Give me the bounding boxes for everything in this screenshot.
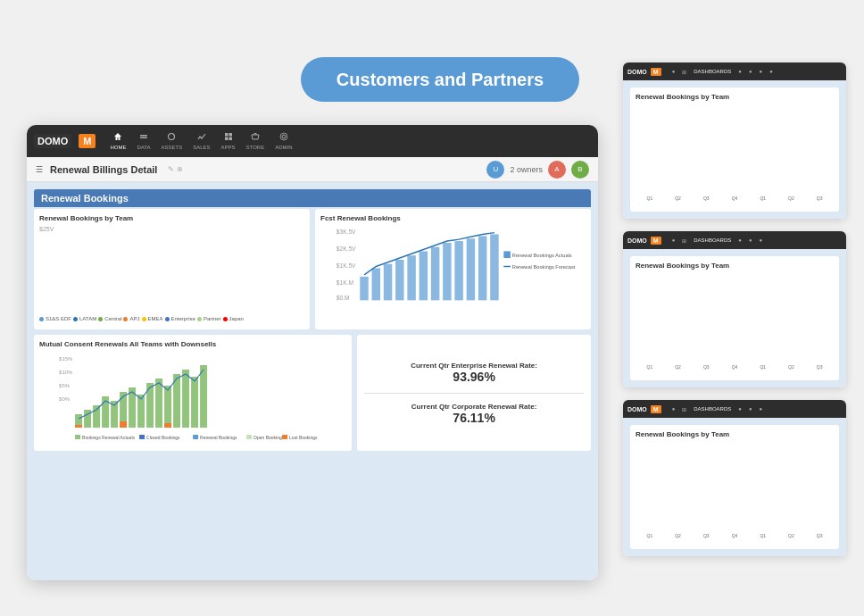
mini-navbar-2: DOMO M ● ⊞ DASHBOARDS ● ● ●	[623, 231, 846, 249]
domo-logo: DOMO	[34, 134, 71, 148]
title-badge: Customers and Partners	[301, 57, 579, 102]
svg-rect-15	[372, 268, 380, 300]
dashboard-subheader: ☰ Renewal Billings Detail ✎ ⊕ U 2 owners…	[27, 157, 598, 182]
svg-point-2	[169, 133, 175, 139]
nav-store[interactable]: STORE	[246, 132, 265, 151]
mini-nav-item: ●	[672, 69, 676, 75]
svg-rect-50	[120, 421, 127, 428]
chart-renewal-by-team: Renewal Bookings by Team $25V	[34, 209, 310, 329]
svg-rect-18	[407, 255, 415, 300]
nav-dataflow[interactable]: DATA	[137, 132, 150, 151]
mini-nav-item: ●	[738, 237, 742, 244]
mini-nav-2: ● ⊞ DASHBOARDS ● ● ●	[672, 237, 763, 244]
svg-rect-20	[431, 247, 439, 301]
top-charts-row: Renewal Bookings by Team $25V	[34, 209, 591, 329]
nav-icons: HOME DATA ASSETS SALES APPS STORE	[110, 132, 292, 151]
user-count: 2 owners	[510, 165, 543, 174]
svg-rect-19	[420, 251, 428, 300]
stat-enterprise: Current Qtr Enterprise Renewal Rate: 93.…	[364, 362, 584, 384]
mini-logo-2: DOMO	[627, 237, 647, 244]
svg-rect-58	[246, 435, 252, 439]
nav-appstore[interactable]: APPS	[221, 132, 236, 151]
mini-nav-item: ●	[760, 406, 763, 412]
svg-text:Bookings Renewal Actuals: Bookings Renewal Actuals	[82, 435, 135, 440]
stats-block: Current Qtr Enterprise Renewal Rate: 93.…	[357, 335, 591, 451]
mini-chart-title-3: Renewal Bookings by Team	[636, 430, 834, 438]
mini-nav-item: DASHBOARDS	[694, 237, 731, 244]
svg-rect-4	[228, 133, 232, 137]
mini-nav-item: ●	[749, 69, 752, 75]
mutual-consent-svg: $15% $10% $5% $0%	[39, 352, 346, 441]
mini-navbar-3: DOMO M ● ⊞ DASHBOARDS ● ● ●	[623, 400, 846, 418]
stat-divider	[364, 393, 584, 394]
domo-logo-letter: M	[79, 134, 96, 148]
svg-rect-48	[200, 365, 207, 428]
nav-home[interactable]: HOME	[110, 132, 126, 151]
renewal-bookings-header: Renewal Bookings	[34, 189, 591, 207]
bottom-charts-row: Mutual Consent Renewals All Teams with D…	[34, 335, 591, 451]
svg-text:$1K.M: $1K.M	[336, 279, 353, 286]
mini-nav-item: ●	[738, 69, 742, 75]
mini-nav-item: ●	[749, 237, 752, 244]
svg-rect-47	[191, 377, 198, 428]
svg-text:Renewal Bookings Actuals: Renewal Bookings Actuals	[512, 253, 572, 258]
svg-rect-26	[503, 251, 511, 258]
stat-corporate: Current Qtr Corporate Renewal Rate: 76.1…	[364, 403, 584, 425]
mini-nav-item: ●	[760, 69, 763, 75]
svg-rect-14	[360, 277, 368, 301]
chart1-legend: S1&S EDF LATAM Central APJ EMEA Enterpri…	[39, 316, 304, 321]
svg-rect-46	[182, 370, 189, 428]
svg-rect-5	[225, 137, 228, 140]
svg-text:Lost Bookings: Lost Bookings	[289, 435, 318, 440]
mini-nav-item: ⊞	[682, 69, 686, 75]
svg-text:Open Bookings: Open Bookings	[253, 435, 285, 440]
mini-nav-3: ● ⊞ DASHBOARDS ● ● ●	[672, 406, 763, 412]
mini-nav-item: ●	[672, 237, 676, 244]
svg-rect-21	[443, 243, 451, 300]
svg-rect-22	[454, 241, 462, 300]
nav-assets[interactable]: ASSETS	[162, 132, 183, 151]
right-panel: DOMO M ● ⊞ DASHBOARDS ● ● ● ● Renewal Bo…	[623, 62, 846, 556]
svg-rect-24	[478, 236, 486, 300]
svg-text:$1K.5V: $1K.5V	[336, 262, 356, 269]
mini-dashboard-2: DOMO M ● ⊞ DASHBOARDS ● ● ● Renewal Book…	[623, 231, 846, 387]
mini-content-1: Renewal Bookings by Team Q1 Q2 Q3 Q4 Q1	[623, 80, 846, 219]
mini-nav-item: ●	[769, 69, 773, 75]
mini-nav-1: ● ⊞ DASHBOARDS ● ● ● ●	[672, 69, 773, 75]
avatar-1: U	[486, 161, 504, 179]
mini-x-labels-3: Q1 Q2 Q3 Q4 Q1 Q2 Q3	[636, 533, 834, 538]
mini-navbar-1: DOMO M ● ⊞ DASHBOARDS ● ● ● ●	[623, 62, 846, 80]
mini-x-labels-2: Q1 Q2 Q3 Q4 Q1 Q2 Q3	[636, 364, 834, 370]
avatar-2: A	[548, 161, 566, 179]
mini-dashboard-1: DOMO M ● ⊞ DASHBOARDS ● ● ● ● Renewal Bo…	[623, 62, 846, 219]
nav-admin[interactable]: ADMIN	[275, 132, 292, 151]
nav-sales[interactable]: SALES	[193, 132, 210, 151]
dashboard-header-right: U 2 owners A B	[486, 161, 589, 179]
svg-rect-60	[282, 435, 287, 439]
svg-text:$0.M: $0.M	[336, 295, 350, 301]
mini-logo-1: DOMO	[627, 69, 647, 75]
mini-nav-item: ●	[672, 406, 676, 412]
svg-text:$0%: $0%	[59, 396, 71, 402]
svg-rect-36	[93, 405, 100, 428]
chart3-title: Mutual Consent Renewals All Teams with D…	[39, 340, 346, 348]
svg-rect-17	[395, 260, 403, 300]
svg-rect-6	[228, 137, 232, 140]
mini-dashboard-3: DOMO M ● ⊞ DASHBOARDS ● ● ● Renewal Book…	[623, 400, 846, 556]
mini-bar-chart-1	[636, 104, 834, 194]
mini-nav-item: ●	[749, 406, 752, 412]
svg-rect-44	[164, 386, 171, 428]
svg-rect-49	[75, 425, 82, 428]
svg-text:Closed Bookings: Closed Bookings	[146, 435, 180, 440]
mini-bar-chart-2	[636, 273, 834, 362]
mini-content-3: Renewal Bookings by Team Q1 Q2 Q3 Q4 Q1	[623, 418, 846, 556]
stat2-value: 76.11%	[364, 411, 584, 425]
mini-logo-letter-2: M	[651, 237, 661, 245]
chart2-title: Fcst Renewal Bookings	[320, 214, 586, 222]
svg-rect-23	[467, 238, 475, 300]
avatar-3: B	[571, 161, 589, 179]
svg-rect-56	[193, 435, 198, 439]
svg-text:$3K.5V: $3K.5V	[336, 229, 356, 235]
svg-rect-42	[146, 383, 154, 428]
svg-rect-1	[140, 137, 147, 138]
